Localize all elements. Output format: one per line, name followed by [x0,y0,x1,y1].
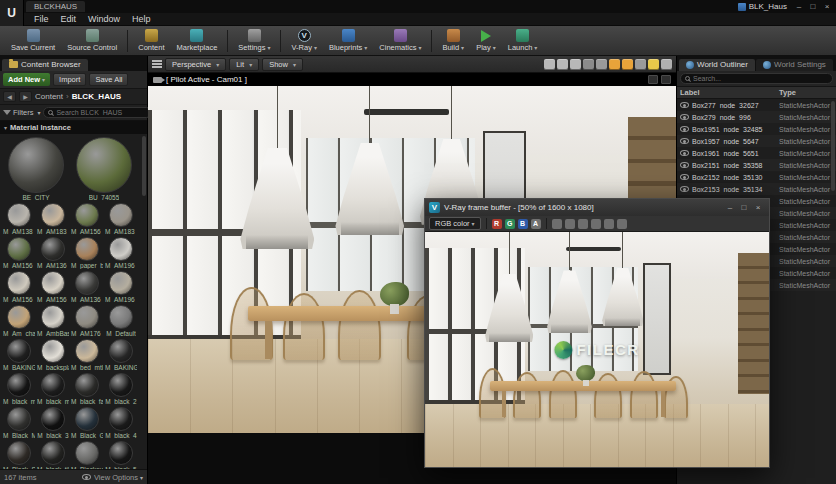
surface-snap-icon[interactable] [596,59,607,70]
asset-m-black-fab[interactable]: M_black_fab [71,373,103,405]
menu-edit[interactable]: Edit [55,14,83,24]
alpha-channel-icon[interactable]: A [531,219,541,229]
breadcrumb-content[interactable]: Content [35,92,63,101]
scrollbar[interactable] [831,101,835,191]
toolbar-cinematics-button[interactable]: Cinematics [374,28,426,53]
coordinate-system-icon[interactable] [583,59,594,70]
outliner-row-box2152-node-35130[interactable]: Box2152_node_35130StaticMeshActor [677,171,836,183]
visibility-eye-icon[interactable] [680,126,689,132]
tab-world-outliner[interactable]: World Outliner [679,59,755,71]
load-image-icon[interactable] [565,219,575,229]
toolbar-content-button[interactable]: Content [133,28,169,53]
translate-tool-icon[interactable] [544,59,555,70]
asset-search-input[interactable] [56,109,147,116]
asset-m-am176-06[interactable]: M_AM176_06 [71,305,103,337]
import-button[interactable]: Import [53,73,86,86]
green-channel-icon[interactable]: G [505,219,515,229]
toolbar-build-button[interactable]: Build [437,28,469,53]
asset-m-am156-86[interactable]: M_AM156_86 [71,203,103,235]
outliner-row-box277-node-32627[interactable]: Box277_node_32627StaticMeshActor [677,99,836,111]
menu-help[interactable]: Help [126,14,157,24]
asset-m-black-3[interactable]: M_black_3 [37,407,69,439]
show-flags-button[interactable]: Show [262,58,303,71]
outliner-row-box2151-node-35358[interactable]: Box2151_node_35358StaticMeshActor [677,159,836,171]
rotation-snap-icon[interactable] [622,59,633,70]
toolbar-blueprints-button[interactable]: Blueprints [324,28,372,53]
project-tab[interactable]: BLCKHAUS [26,1,85,12]
outliner-search-input[interactable] [693,75,828,82]
add-new-button[interactable]: Add New [3,73,50,86]
vfb-render-area[interactable]: FILECR [425,232,769,467]
toolbar-play-button[interactable]: Play [471,29,501,53]
scale-snap-icon[interactable] [635,59,646,70]
tab-content-browser[interactable]: Content Browser [2,59,88,71]
track-mouse-icon[interactable] [604,219,614,229]
lit-mode-button[interactable]: Lit [229,58,259,71]
save-all-button[interactable]: Save All [89,73,128,86]
asset-m-am138-be[interactable]: M_AM138_BE [3,203,35,235]
material-instance-section-header[interactable]: Material Instance [0,121,147,134]
back-arrow-icon[interactable] [3,91,16,102]
grid-snap-icon[interactable] [609,59,620,70]
asset-bu-74055[interactable]: BU_74055 [71,137,137,201]
visibility-eye-icon[interactable] [680,102,689,108]
outliner-row-box2153-node-35134[interactable]: Box2153_node_35134StaticMeshActor [677,183,836,195]
asset-m-backsplash[interactable]: M_backsplash [37,339,69,371]
compare-images-icon[interactable] [591,219,601,229]
asset-m-black-met[interactable]: M_Black_Met [3,407,35,439]
unreal-engine-logo[interactable]: U [0,0,24,26]
breadcrumb-current-folder[interactable]: BLCK_HAUS [72,92,121,101]
region-render-icon[interactable] [617,219,627,229]
maximize-button[interactable]: □ [806,1,820,12]
perspective-button[interactable]: Perspective [165,58,226,71]
red-channel-icon[interactable]: R [492,219,502,229]
toolbar-launch-button[interactable]: Launch [503,28,543,53]
asset-m-am136-bl[interactable]: M_AM136_BL [37,237,69,269]
channel-select-dropdown[interactable]: RGB color [429,217,481,230]
minimize-button[interactable]: – [792,1,806,12]
vfb-minimize-button[interactable]: – [723,202,737,213]
outliner-row-box1951-node-32485[interactable]: Box1951_node_32485StaticMeshActor [677,123,836,135]
visibility-eye-icon[interactable] [680,138,689,144]
outliner-row-box1957-node-5647[interactable]: Box1957_node_5647StaticMeshActor [677,135,836,147]
asset-m-bed-mtl-b[interactable]: M_bed_mtl_b [71,339,103,371]
forward-arrow-icon[interactable] [19,91,32,102]
asset-m-black-m[interactable]: M_black_m [3,373,35,405]
asset-m-am196-06[interactable]: M_AM196_06 [105,237,137,269]
type-column-header[interactable]: Type [779,88,833,97]
vfb-titlebar[interactable]: V V-Ray frame buffer - [50% of 1600 x 10… [425,199,769,216]
toolbar-marketplace-button[interactable]: Marketplace [172,28,223,53]
filters-button[interactable]: Filters [3,108,40,117]
asset-m-am183-88[interactable]: M_AM183_88 [105,203,137,235]
asset-m-am183-be[interactable]: M_AM183_BE [37,203,69,235]
tab-world-settings[interactable]: World Settings [756,59,833,71]
camera-speed-icon[interactable] [648,59,659,70]
viewport-options-icon[interactable] [152,60,162,68]
vray-frame-buffer-window[interactable]: V V-Ray frame buffer - [50% of 1600 x 10… [424,198,770,468]
asset-m-am196-bl[interactable]: M_AM196_BL [105,271,137,303]
menu-window[interactable]: Window [82,14,126,24]
menu-file[interactable]: File [28,14,55,24]
asset-m-am156-3b[interactable]: M_AM156_3B [3,271,35,303]
asset-m-am136-06[interactable]: M_AM136_06 [71,271,103,303]
toolbar-source-control-button[interactable]: Source Control [62,28,122,53]
visibility-eye-icon[interactable] [680,150,689,156]
scrollbar[interactable] [142,136,146,196]
close-pilot-icon[interactable] [661,75,671,84]
visibility-eye-icon[interactable] [680,114,689,120]
asset-m-black-mtl[interactable]: M_black_mtl [37,373,69,405]
asset-m-am156-06[interactable]: M_AM156_06 [3,237,35,269]
detach-camera-icon[interactable] [648,75,658,84]
vfb-close-button[interactable]: × [751,202,765,213]
asset-be-city[interactable]: BE_CITY [3,137,69,201]
save-image-icon[interactable] [552,219,562,229]
asset-m-black-2[interactable]: M_black_2 [105,373,137,405]
toolbar-v-ray-button[interactable]: VV-Ray [286,28,321,53]
maximize-viewport-icon[interactable] [661,59,672,70]
visibility-eye-icon[interactable] [680,162,689,168]
outliner-row-box279-node-996[interactable]: Box279_node_996StaticMeshActor [677,111,836,123]
asset-m-baking-m[interactable]: M_BAKING_m [3,339,35,371]
asset-m-am156-0b[interactable]: M_AM156_0B [37,271,69,303]
clear-image-icon[interactable] [578,219,588,229]
asset-m-am-chair[interactable]: M_Am_chair [3,305,35,337]
